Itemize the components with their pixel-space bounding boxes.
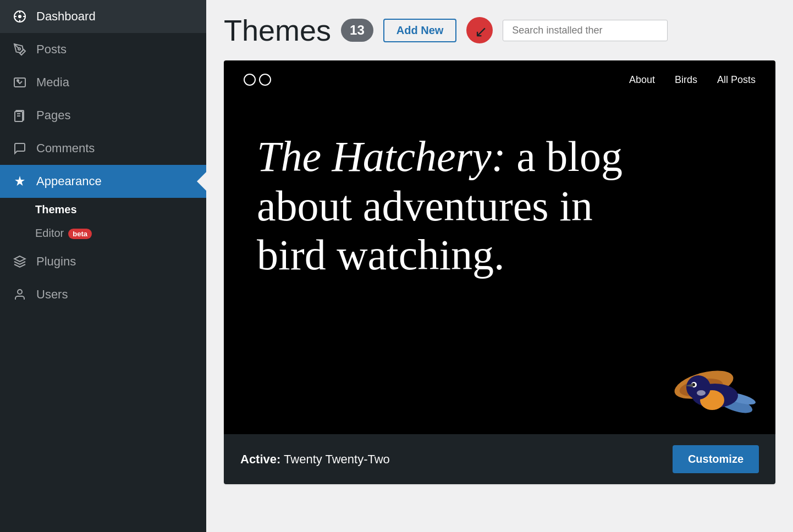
theme-preview: About Birds All Posts The Hatchery: a bl… xyxy=(224,60,775,434)
svg-point-6 xyxy=(18,48,20,50)
sidebar-item-users-label: Users xyxy=(36,287,68,302)
sidebar-item-comments[interactable]: Comments xyxy=(0,132,206,165)
page-title: Themes xyxy=(224,15,331,45)
sidebar: Dashboard Posts Media xyxy=(0,0,206,532)
theme-hero: The Hatchery: a blog about adventures in… xyxy=(224,99,775,302)
sidebar-item-posts-label: Posts xyxy=(36,42,67,57)
svg-point-8 xyxy=(17,80,19,81)
main-content: Themes 13 Add New ↙ About Birds All Post… xyxy=(206,0,793,532)
svg-rect-7 xyxy=(14,78,25,87)
active-label-text: Active: xyxy=(240,452,280,466)
theme-active-label: Active: Twenty Twenty-Two xyxy=(240,452,390,467)
plugins-icon xyxy=(11,253,29,270)
posts-icon xyxy=(11,41,29,58)
beta-badge: beta xyxy=(68,229,92,239)
appearance-icon xyxy=(11,173,29,190)
sidebar-item-pages[interactable]: Pages xyxy=(0,99,206,132)
users-icon xyxy=(11,286,29,303)
theme-nav-links: About Birds All Posts xyxy=(629,74,756,86)
page-header: Themes 13 Add New ↙ xyxy=(224,15,775,45)
appearance-submenu: Themes Editorbeta xyxy=(0,198,206,245)
customize-button[interactable]: Customize xyxy=(673,445,759,473)
media-icon xyxy=(11,74,29,91)
pages-icon xyxy=(11,107,29,124)
sidebar-item-comments-label: Comments xyxy=(36,141,95,156)
svg-point-20 xyxy=(686,375,711,400)
sidebar-item-plugins-label: Plugins xyxy=(36,254,76,269)
sidebar-item-dashboard-label: Dashboard xyxy=(36,9,96,24)
submenu-themes[interactable]: Themes xyxy=(35,198,206,221)
logo-circle-1 xyxy=(244,74,256,86)
sidebar-item-appearance-label: Appearance xyxy=(36,174,102,189)
theme-count-badge: 13 xyxy=(341,19,373,42)
sidebar-item-plugins[interactable]: Plugins xyxy=(0,245,206,278)
sidebar-item-pages-label: Pages xyxy=(36,108,70,123)
svg-point-1 xyxy=(18,15,21,18)
comments-icon xyxy=(11,140,29,157)
theme-footer: Active: Twenty Twenty-Two Customize xyxy=(224,434,775,484)
active-theme-card: About Birds All Posts The Hatchery: a bl… xyxy=(224,60,775,484)
sidebar-item-media-label: Media xyxy=(36,75,69,90)
theme-headline-italic: The Hatchery: xyxy=(257,132,506,180)
logo-circle-2 xyxy=(259,74,271,86)
submenu-editor[interactable]: Editorbeta xyxy=(35,221,206,245)
sidebar-item-posts[interactable]: Posts xyxy=(0,33,206,66)
active-arrow-indicator xyxy=(197,171,206,191)
cursor-indicator: ↙ xyxy=(466,17,493,43)
theme-logo xyxy=(244,74,271,86)
add-new-button[interactable]: Add New xyxy=(383,19,457,42)
theme-nav: About Birds All Posts xyxy=(224,60,775,99)
active-theme-name: Twenty Twenty-Two xyxy=(284,452,390,466)
svg-point-24 xyxy=(697,390,706,396)
dashboard-icon xyxy=(11,8,29,25)
sidebar-item-users[interactable]: Users xyxy=(0,278,206,311)
theme-headline: The Hatchery: a blog about adventures in… xyxy=(257,132,642,280)
editor-label: Editor xyxy=(35,227,64,239)
svg-point-13 xyxy=(18,290,22,294)
sidebar-item-media[interactable]: Media xyxy=(0,66,206,99)
nav-link-about: About xyxy=(629,74,655,86)
nav-link-all-posts: All Posts xyxy=(717,74,756,86)
bird-illustration xyxy=(649,324,759,434)
search-input[interactable] xyxy=(503,20,668,41)
nav-link-birds: Birds xyxy=(675,74,697,86)
cursor-arrow-icon: ↙ xyxy=(475,24,487,40)
sidebar-item-appearance[interactable]: Appearance xyxy=(0,165,206,198)
sidebar-item-dashboard[interactable]: Dashboard xyxy=(0,0,206,33)
